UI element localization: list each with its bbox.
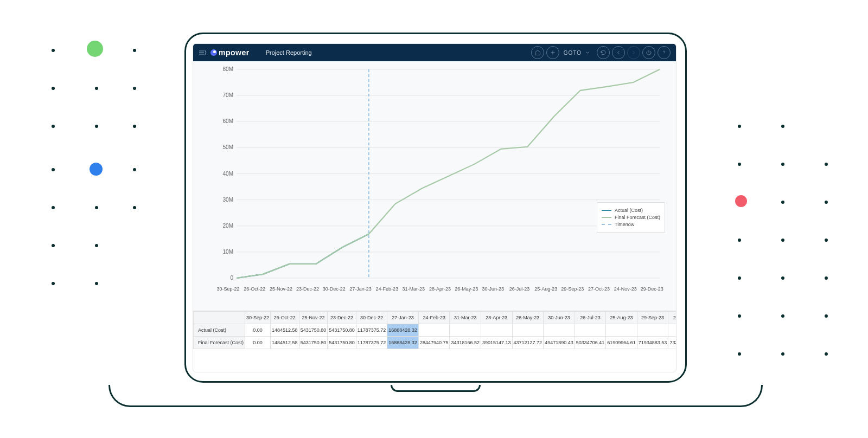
table-cell [512,324,544,337]
data-table-container[interactable]: 30-Sep-2226-Oct-2225-Nov-2223-Dec-2230-D… [193,311,676,349]
table-cell: 34318166.52 [450,337,481,349]
laptop-frame: mpower Project Reporting GOTO 010M20M30M… [108,27,760,412]
app-window: mpower Project Reporting GOTO 010M20M30M… [193,43,676,372]
table-col-header: 25-Nov-22 [299,312,328,324]
svg-text:40M: 40M [223,171,233,177]
table-col-header: 31-Mar-23 [450,312,481,324]
table-cell [637,324,668,337]
table-cell: 71934883.53 [637,337,668,349]
decor-dot [95,125,98,128]
decor-dot [52,282,55,285]
refresh-icon[interactable] [597,46,610,59]
chevron-down-icon[interactable] [585,50,590,55]
decor-dot [825,239,828,242]
svg-text:10M: 10M [223,249,233,255]
table-cell [668,324,676,337]
table-col-header: 26-May-23 [512,312,544,324]
menu-icon[interactable] [197,48,207,57]
decor-dot [825,201,828,204]
table-cell: 28447940.75 [418,337,450,349]
table-cell [575,324,606,337]
chart-area: 010M20M30M40M50M60M70M80M 30-Sep-2226-Oc… [193,61,676,311]
table-cell: 73364229.65 [668,337,676,349]
legend-item-actual: Actual (Cost) [602,208,660,213]
help-icon[interactable] [658,46,671,59]
decor-dot [825,163,828,166]
decor-dot [52,49,55,52]
table-cell [544,324,575,337]
decor-dot [781,201,784,204]
table-cell: 39015147.13 [481,337,513,349]
table-col-header: 27-Jan-23 [387,312,419,324]
svg-text:0: 0 [230,275,233,281]
decor-dot [95,206,98,209]
home-icon[interactable] [531,46,544,59]
table-col-header: 26-Oct-22 [271,312,299,324]
chart-legend: Actual (Cost) Final Forecast (Cost) Time… [597,202,665,233]
table-row: Actual (Cost)0.001484512.585431750.80543… [194,324,676,337]
table-cell: 1484512.58 [271,337,299,349]
legend-label: Timenow [615,222,634,227]
svg-text:50M: 50M [223,144,233,150]
table-cell: 0.00 [245,324,271,337]
legend-label: Final Forecast (Cost) [615,215,660,220]
table-col-header: 30-Jun-23 [544,312,575,324]
svg-text:80M: 80M [223,67,233,72]
table-cell: 61909964.61 [606,337,637,349]
goto-label[interactable]: GOTO [564,50,582,56]
table-row-label: Actual (Cost) [194,324,245,337]
table-col-header: 24-Feb-23 [418,312,450,324]
decor-dot [95,282,98,285]
decor-dot [781,125,784,128]
table-col-header: 25-Aug-23 [606,312,637,324]
decor-dot [52,87,55,90]
decor-dot [825,352,828,356]
table-cell: 5431750.80 [299,324,328,337]
decor-dot [52,168,55,171]
decor-circle-green [87,41,103,57]
table-cell: 49471890.43 [544,337,575,349]
table-cell: 5431750.80 [328,337,356,349]
page-title: Project Reporting [266,49,312,56]
decor-circle-blue [90,163,103,176]
table-cell [606,324,637,337]
brand-text: mpower [219,48,250,57]
table-cell [481,324,513,337]
decor-dot [781,276,784,280]
decor-dot [781,163,784,166]
table-cell: 5431750.80 [328,324,356,337]
table-cell: 16868428.32 [387,337,419,349]
table-cell: 43712127.72 [512,337,544,349]
decor-dot [781,314,784,318]
svg-text:70M: 70M [223,92,233,98]
forward-icon[interactable] [627,46,640,59]
data-table: 30-Sep-2226-Oct-2225-Nov-2223-Dec-2230-D… [193,311,676,349]
decor-dot [825,276,828,280]
table-cell: 50334706.41 [575,337,606,349]
table-col-header: 23-Dec-22 [328,312,356,324]
legend-item-forecast: Final Forecast (Cost) [602,215,660,220]
decor-dot [52,244,55,247]
table-col-header: 30-Dec-22 [356,312,387,324]
table-col-header: 30-Sep-22 [245,312,271,324]
table-cell: 0.00 [245,337,271,349]
decor-dot [95,244,98,247]
legend-label: Actual (Cost) [615,208,643,213]
table-cell: 16868428.32 [387,324,419,337]
table-header-row: 30-Sep-2226-Oct-2225-Nov-2223-Dec-2230-D… [194,312,676,324]
table-row-label: Final Forecast (Cost) [194,337,245,349]
power-icon[interactable] [642,46,655,59]
table-col-header: 26-Jul-23 [575,312,606,324]
decor-dot [52,206,55,209]
back-icon[interactable] [612,46,625,59]
add-icon[interactable] [546,46,559,59]
brand-logo: mpower [210,48,250,57]
decor-dot [781,239,784,242]
decor-dot [52,125,55,128]
table-col-header: 29-Sep-23 [637,312,668,324]
decor-dot [825,314,828,318]
table-cell: 11787375.72 [356,324,387,337]
laptop-trackpad-notch [391,385,481,392]
app-header: mpower Project Reporting GOTO [193,44,676,61]
table-cell: 1484512.58 [271,324,299,337]
